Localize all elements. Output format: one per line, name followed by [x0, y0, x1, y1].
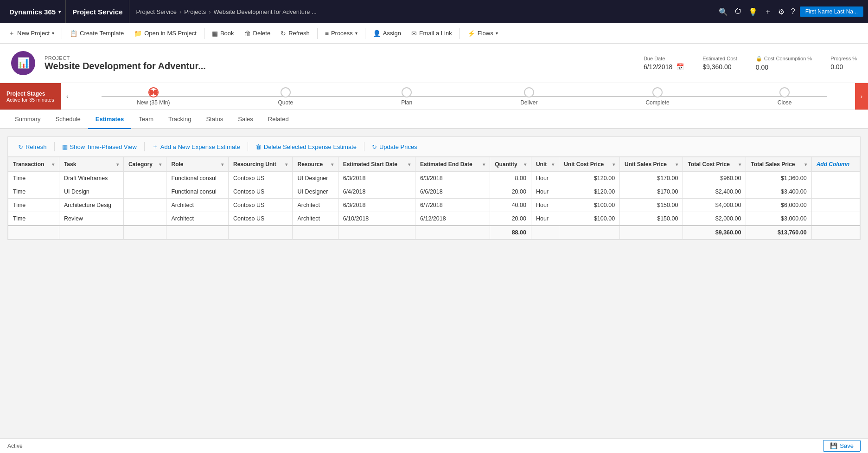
- cell-startDate-2[interactable]: 6/3/2018: [338, 199, 415, 212]
- col-total-cost-price[interactable]: Total Cost Price▾: [683, 157, 746, 172]
- calendar-icon[interactable]: 📅: [676, 63, 684, 71]
- new-project-button[interactable]: ＋ New Project ▾: [4, 26, 59, 41]
- cell-unitSalesPrice-0[interactable]: $170.00: [620, 172, 683, 185]
- cell-endDate-0[interactable]: 6/3/2018: [415, 172, 490, 185]
- cell-task-1[interactable]: UI Design: [59, 185, 123, 199]
- help-icon[interactable]: 💡: [748, 7, 758, 16]
- col-category[interactable]: Category▾: [123, 157, 166, 172]
- cell-unit-1[interactable]: Hour: [531, 185, 559, 199]
- cell-category-2[interactable]: [123, 199, 166, 212]
- cell-resourcingUnit-3[interactable]: Contoso US: [228, 212, 292, 226]
- breadcrumb-project-service[interactable]: Project Service: [136, 8, 176, 15]
- table-row[interactable]: TimeUI DesignFunctional consulContoso US…: [8, 185, 860, 199]
- cell-endDate-3[interactable]: 6/12/2018: [415, 212, 490, 226]
- cell-totalCostPrice-1[interactable]: $2,400.00: [683, 185, 746, 199]
- search-icon[interactable]: 🔍: [719, 7, 728, 16]
- tab-tracking[interactable]: Tracking: [161, 110, 198, 129]
- cell-transaction-2[interactable]: Time: [8, 199, 59, 212]
- cell-unitCostPrice-0[interactable]: $120.00: [559, 172, 620, 185]
- tab-team[interactable]: Team: [131, 110, 161, 129]
- stage-plan[interactable]: Plan: [401, 87, 412, 106]
- cell-totalCostPrice-0[interactable]: $960.00: [683, 172, 746, 185]
- cell-unitSalesPrice-3[interactable]: $150.00: [620, 212, 683, 226]
- col-transaction[interactable]: Transaction▾: [8, 157, 59, 172]
- cell-role-1[interactable]: Functional consul: [166, 185, 229, 199]
- table-row[interactable]: TimeReviewArchitectContoso USArchitect6/…: [8, 212, 860, 226]
- cell-transaction-3[interactable]: Time: [8, 212, 59, 226]
- cell-quantity-3[interactable]: 20.00: [490, 212, 531, 226]
- col-add-column[interactable]: Add Column: [811, 157, 860, 172]
- time-phased-view-button[interactable]: ▦ Show Time-Phased View: [57, 142, 141, 152]
- stage-quote[interactable]: Quote: [278, 87, 294, 106]
- settings-icon[interactable]: ⚙: [778, 7, 785, 16]
- cell-transaction-0[interactable]: Time: [8, 172, 59, 185]
- cell-resourcingUnit-0[interactable]: Contoso US: [228, 172, 292, 185]
- cell-resource-3[interactable]: Architect: [293, 212, 338, 226]
- add-icon[interactable]: ＋: [764, 7, 772, 17]
- cell-unitCostPrice-2[interactable]: $100.00: [559, 199, 620, 212]
- cell-startDate-0[interactable]: 6/3/2018: [338, 172, 415, 185]
- cell-resourcingUnit-1[interactable]: Contoso US: [228, 185, 292, 199]
- cell-totalSalesPrice-2[interactable]: $6,000.00: [746, 199, 811, 212]
- cell-endDate-1[interactable]: 6/6/2018: [415, 185, 490, 199]
- delete-button[interactable]: 🗑 Delete: [240, 26, 275, 41]
- process-button[interactable]: ≡ Process ▾: [320, 26, 362, 41]
- cell-quantity-0[interactable]: 8.00: [490, 172, 531, 185]
- pipeline-prev-button[interactable]: ‹: [61, 83, 74, 110]
- cell-resource-1[interactable]: UI Designer: [293, 185, 338, 199]
- col-resource[interactable]: Resource▾: [293, 157, 338, 172]
- cell-task-0[interactable]: Draft Wireframes: [59, 172, 123, 185]
- col-quantity[interactable]: Quantity▾: [490, 157, 531, 172]
- cell-endDate-2[interactable]: 6/7/2018: [415, 199, 490, 212]
- assign-button[interactable]: 👤 Assign: [368, 26, 406, 41]
- cell-resource-0[interactable]: UI Designer: [293, 172, 338, 185]
- cell-unitCostPrice-3[interactable]: $100.00: [559, 212, 620, 226]
- cell-role-0[interactable]: Functional consul: [166, 172, 229, 185]
- col-start-date[interactable]: Estimated Start Date▾: [338, 157, 415, 172]
- create-template-button[interactable]: 📋 Create Template: [65, 26, 128, 41]
- book-button[interactable]: ▦ Book: [207, 26, 239, 41]
- flows-button[interactable]: ⚡ Flows ▾: [463, 26, 503, 41]
- table-row[interactable]: TimeArchitecture DesigArchitectContoso U…: [8, 199, 860, 212]
- cell-category-3[interactable]: [123, 212, 166, 226]
- cell-unit-0[interactable]: Hour: [531, 172, 559, 185]
- col-unit-sales-price[interactable]: Unit Sales Price▾: [620, 157, 683, 172]
- user-menu[interactable]: First Name Last Na...: [800, 6, 863, 17]
- delete-expense-button[interactable]: 🗑 Delete Selected Expense Estimate: [251, 142, 361, 152]
- table-row[interactable]: TimeDraft WireframesFunctional consulCon…: [8, 172, 860, 185]
- cell-category-1[interactable]: [123, 185, 166, 199]
- tab-status[interactable]: Status: [198, 110, 230, 129]
- cell-unit-2[interactable]: Hour: [531, 199, 559, 212]
- update-prices-button[interactable]: ↻ Update Prices: [367, 142, 422, 152]
- breadcrumb-current[interactable]: Website Development for Adventure ...: [214, 8, 317, 15]
- stage-deliver[interactable]: Deliver: [520, 87, 537, 106]
- stage-complete[interactable]: Complete: [645, 87, 669, 106]
- cell-totalCostPrice-3[interactable]: $2,000.00: [683, 212, 746, 226]
- cell-startDate-3[interactable]: 6/10/2018: [338, 212, 415, 226]
- cell-quantity-1[interactable]: 20.00: [490, 185, 531, 199]
- col-resourcing-unit[interactable]: Resourcing Unit▾: [228, 157, 292, 172]
- cell-task-3[interactable]: Review: [59, 212, 123, 226]
- pipeline-label[interactable]: Project Stages Active for 35 minutes: [0, 83, 61, 110]
- stage-close[interactable]: Close: [778, 87, 792, 106]
- cell-role-2[interactable]: Architect: [166, 199, 229, 212]
- cell-task-2[interactable]: Architecture Desig: [59, 199, 123, 212]
- cell-totalSalesPrice-0[interactable]: $1,360.00: [746, 172, 811, 185]
- col-task[interactable]: Task▾: [59, 157, 123, 172]
- cell-transaction-1[interactable]: Time: [8, 185, 59, 199]
- cell-unitSalesPrice-2[interactable]: $150.00: [620, 199, 683, 212]
- add-expense-estimate-button[interactable]: ＋ Add a New Expense Estimate: [147, 141, 245, 153]
- cell-resource-2[interactable]: Architect: [293, 199, 338, 212]
- tab-related[interactable]: Related: [261, 110, 296, 129]
- stage-new[interactable]: New (35 Min): [137, 87, 170, 106]
- col-unit-cost-price[interactable]: Unit Cost Price▾: [559, 157, 620, 172]
- estimates-refresh-button[interactable]: ↻ Refresh: [13, 142, 51, 152]
- question-icon[interactable]: ?: [791, 7, 795, 16]
- col-end-date[interactable]: Estimated End Date▾: [415, 157, 490, 172]
- open-ms-project-button[interactable]: 📁 Open in MS Project: [129, 26, 201, 41]
- cell-totalCostPrice-2[interactable]: $4,000.00: [683, 199, 746, 212]
- cell-quantity-2[interactable]: 40.00: [490, 199, 531, 212]
- cell-totalSalesPrice-3[interactable]: $3,000.00: [746, 212, 811, 226]
- breadcrumb-projects[interactable]: Projects: [184, 8, 206, 15]
- cell-startDate-1[interactable]: 6/4/2018: [338, 185, 415, 199]
